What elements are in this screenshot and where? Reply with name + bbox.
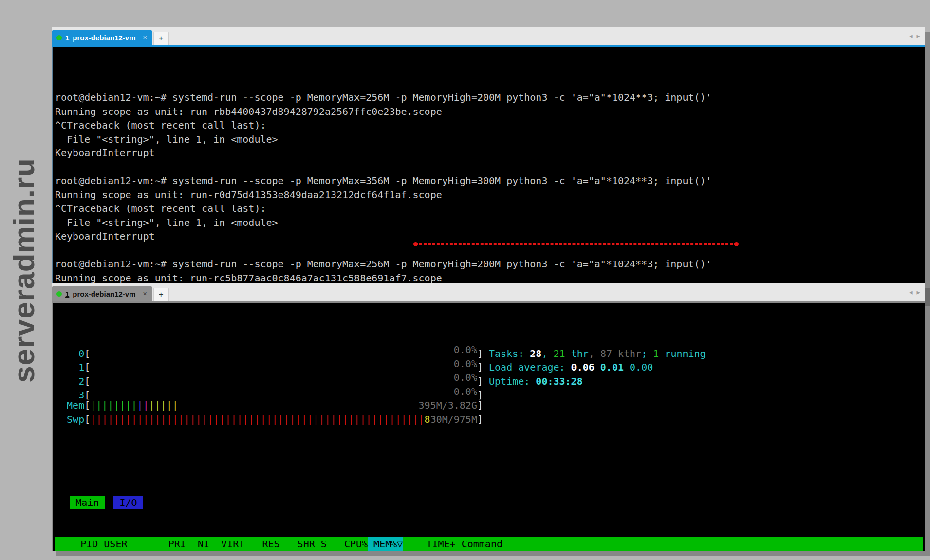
- text-segment: 28: [530, 348, 541, 359]
- column-header-res[interactable]: RES: [244, 537, 279, 551]
- tab-number: 1: [65, 290, 69, 298]
- swap-meter: Swp[||||||||||||||||||||||||||||||||||||…: [55, 412, 923, 427]
- text-segment: ,: [541, 348, 553, 359]
- column-header-cmd[interactable]: Command: [456, 537, 502, 551]
- column-header-s[interactable]: S: [315, 537, 333, 551]
- column-header-pri[interactable]: PRI: [163, 537, 186, 551]
- terminal-line: Running scope as unit: run-rbb4400437d89…: [55, 105, 923, 119]
- terminal-line: [55, 160, 923, 174]
- meter-empty: [178, 398, 419, 412]
- terminal-line: Running scope as unit: run-r0d75d41353e8…: [55, 188, 923, 202]
- column-header-cpu[interactable]: CPU%: [333, 537, 368, 551]
- meter-body: 0.0%: [90, 385, 477, 399]
- meter-body: |||||||||||||||395M/3.82G: [90, 398, 477, 412]
- htop-summary-line: Tasks: 28, 21 thr, 87 kthr; 1 running: [483, 347, 706, 361]
- watermark-text: serveradmin.ru: [6, 158, 41, 383]
- top-terminal-lines: root@debian12-vm:~# systemd-run --scope …: [55, 91, 923, 299]
- tab-bar-bottom: 1 prox-debian12-vm × + ◂ ▸: [52, 283, 925, 301]
- tab-scroll-right-icon[interactable]: ▸: [916, 288, 920, 297]
- text-segment: Uptime:: [489, 375, 536, 387]
- terminal-line: KeyboardInterrupt: [55, 229, 923, 243]
- session-active-dot: [56, 291, 62, 297]
- text-segment: |: [143, 398, 149, 412]
- htop-meters: 0[0.0%]Tasks: 28, 21 thr, 87 kthr; 1 run…: [55, 343, 923, 426]
- terminal-line: root@debian12-vm:~# systemd-run --scope …: [55, 91, 923, 105]
- meter-label: Mem: [55, 398, 84, 412]
- htop-tab-main[interactable]: Main: [70, 496, 105, 510]
- column-header-user[interactable]: USER: [98, 537, 162, 551]
- meter-body: 0.0%: [90, 371, 477, 385]
- meter-value: 395M/3.82G: [419, 398, 477, 412]
- tab-close-icon[interactable]: ×: [143, 290, 147, 298]
- tab-scroll-arrows: ◂ ▸: [909, 32, 920, 40]
- htop-summary-line: Load average: 0.06 0.01 0.00: [483, 360, 653, 374]
- column-header-virt[interactable]: VIRT: [209, 537, 244, 551]
- text-segment: ,: [589, 348, 600, 359]
- text-segment: 8: [425, 412, 430, 427]
- tab-scroll-arrows: ◂ ▸: [909, 288, 920, 297]
- meter-body: 0.0%: [90, 343, 477, 357]
- text-segment: ||||||||: [90, 398, 137, 412]
- annotation-underline-memoryhigh: [415, 243, 737, 245]
- text-segment: 0.00: [630, 361, 653, 373]
- text-segment: 30M/975M: [430, 412, 477, 427]
- text-segment: 1: [653, 348, 659, 359]
- terminal-line: File "<string>", line 1, in <module>: [55, 216, 923, 230]
- text-segment: 0.01: [600, 361, 630, 373]
- tab-prox-debian12-vm-bottom[interactable]: 1 prox-debian12-vm ×: [52, 286, 152, 301]
- terminal-window-top: 1 prox-debian12-vm × + ◂ ▸ root@debian12…: [52, 27, 925, 301]
- meter-bracket: [: [84, 347, 90, 361]
- new-tab-button[interactable]: +: [153, 288, 169, 301]
- terminal-line: ^CTraceback (most recent call last):: [55, 118, 923, 132]
- text-segment: Load average:: [489, 361, 571, 373]
- tab-label: prox-debian12-vm: [73, 34, 135, 42]
- column-header-shr[interactable]: SHR: [280, 537, 315, 551]
- watermark: serveradmin.ru: [3, 124, 44, 416]
- blank-line: [55, 454, 923, 468]
- text-segment: |||||: [149, 398, 178, 412]
- meter-bracket: ]: [477, 374, 483, 389]
- terminal-line: KeyboardInterrupt: [55, 146, 923, 160]
- tab-prox-debian12-vm-top[interactable]: 1 prox-debian12-vm ×: [52, 30, 152, 45]
- text-segment: 00:33:28: [536, 375, 582, 387]
- column-header-mem[interactable]: MEM%▽: [368, 537, 403, 551]
- meter-value: 0.0%: [454, 371, 477, 385]
- terminal-line: [55, 243, 923, 258]
- meter-value: 0.0%: [454, 343, 477, 357]
- tab-scroll-left-icon[interactable]: ◂: [909, 288, 913, 297]
- terminal-line: root@debian12-vm:~# systemd-run --scope …: [55, 174, 923, 188]
- text-segment: |: [137, 398, 143, 412]
- htop-tab-i-o[interactable]: I/O: [113, 496, 143, 510]
- column-header-time[interactable]: TIME+: [403, 537, 455, 551]
- terminal-line: File "<string>", line 1, in <module>: [55, 132, 923, 147]
- column-header-pid[interactable]: PID: [57, 537, 98, 551]
- tab-close-icon[interactable]: ×: [143, 34, 147, 41]
- text-segment: 87 kthr: [600, 348, 641, 359]
- tab-number: 1: [65, 34, 69, 42]
- meter-body: ||||||||||||||||||||||||||||||||||||||||…: [90, 412, 477, 427]
- terminal-line: ^CTraceback (most recent call last):: [55, 202, 923, 216]
- meter-empty: [90, 343, 454, 357]
- mem-meter: Mem[|||||||||||||||395M/3.82G]: [55, 398, 923, 412]
- tab-scroll-right-icon[interactable]: ▸: [916, 32, 920, 40]
- meter-body: 0.0%: [90, 357, 477, 371]
- tab-scroll-left-icon[interactable]: ◂: [909, 32, 913, 40]
- meter-label: Swp: [55, 412, 84, 427]
- meter-value: 0.0%: [454, 357, 477, 371]
- text-segment: Tasks:: [489, 348, 530, 359]
- meter-empty: [90, 385, 454, 399]
- new-tab-button[interactable]: +: [153, 32, 169, 45]
- meter-bracket: ]: [477, 347, 483, 361]
- meter-bracket: ]: [477, 412, 483, 427]
- process-table-header: PIDUSERPRINIVIRTRESSHRSCPU%MEM%▽TIME+Com…: [55, 537, 923, 551]
- tab-bar-top: 1 prox-debian12-vm × + ◂ ▸: [52, 27, 925, 45]
- session-active-dot: [56, 35, 62, 40]
- text-segment: running: [659, 348, 706, 359]
- swap-bars: ||||||||||||||||||||||||||||||||||||||||…: [90, 412, 424, 427]
- annotation-dot-icon: [734, 242, 739, 246]
- terminal-line: root@debian12-vm:~# systemd-run --scope …: [55, 257, 923, 271]
- htop-summary-line: Uptime: 00:33:28: [483, 374, 583, 389]
- meter-value: 0.0%: [454, 385, 477, 399]
- meter-bracket: [: [84, 398, 90, 412]
- column-header-ni[interactable]: NI: [186, 537, 209, 551]
